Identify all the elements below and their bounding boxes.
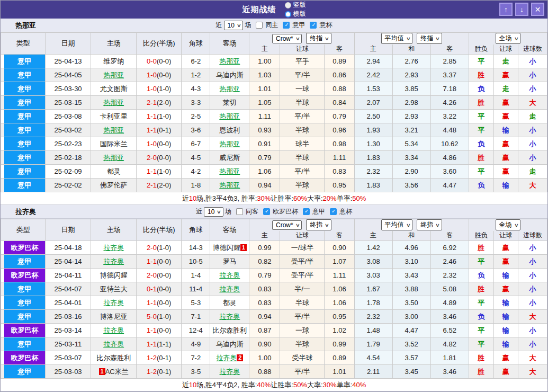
odds-time-select-2[interactable]: 终指∨ [417, 219, 442, 230]
average-odds-cell: 1.53 [354, 82, 392, 96]
scroll-up-button[interactable]: ↑ [499, 3, 513, 16]
result-cell: 赢 [493, 351, 518, 365]
handicap-odds-cell: 0.83 [249, 296, 280, 310]
summary-text: 50% [352, 194, 366, 202]
odds-time-select[interactable]: 终指∨ [306, 219, 331, 230]
competition-badge: 意甲 [4, 123, 45, 137]
scroll-down-button[interactable]: ↓ [515, 3, 528, 16]
score-cell: 1-1(0-0) [137, 255, 182, 269]
handicap-odds-cell: 0.79 [249, 269, 280, 282]
corner-cell: 6-2 [182, 55, 210, 68]
full-match-select[interactable]: 全场∨ [496, 219, 521, 230]
full-time-score: 2-0 [147, 271, 157, 279]
home-team-name[interactable]: 热那亚 [103, 71, 124, 79]
odds-time-select-value: 终指 [310, 34, 322, 43]
average-odds-cell: 3.21 [392, 123, 430, 137]
away-team-name[interactable]: 拉齐奥 [219, 285, 240, 293]
bookmaker-select[interactable]: Crow*∨ [272, 220, 302, 230]
away-team-name[interactable]: 热那亚 [219, 181, 240, 189]
away-team-cell: 莱切 [210, 96, 249, 110]
full-match-select[interactable]: 全场∨ [496, 33, 521, 44]
sub-column-header: 进球数 [518, 44, 547, 55]
odds-time-select-2[interactable]: 终指∨ [417, 33, 442, 44]
result-cell: 小 [518, 241, 547, 255]
corner-cell: 3-3 [182, 96, 210, 110]
home-team-name[interactable]: 拉齐奥 [103, 326, 124, 334]
result-cell: 胜 [469, 282, 493, 296]
home-team-cell: 亚特兰大 [91, 282, 137, 296]
result-group: 全场∨ [469, 33, 547, 44]
home-team-name[interactable]: 热那亚 [103, 126, 124, 134]
odds-time-select[interactable]: 终指∨ [306, 33, 331, 44]
away-team-name[interactable]: 拉齐奥 [219, 271, 240, 279]
score-cell: 1-0(1-0) [137, 82, 182, 96]
column-header: 日期 [46, 219, 91, 241]
away-team-name[interactable]: 热那亚 [219, 140, 240, 148]
score-cell: 1-2(0-1) [137, 365, 182, 379]
full-time-score: 2-1 [147, 99, 157, 106]
header-group-row: 类型日期主场比分(半场)角球客场Crow*∨终指∨平均值∨终指∨全场∨ [1, 219, 547, 231]
bookmaker-select[interactable]: Crow*∨ [272, 34, 302, 43]
result-cell: 平 [469, 165, 493, 179]
checkbox-意甲[interactable] [283, 22, 290, 29]
competition-cell: 欧罗巴杯 [1, 351, 46, 365]
average-odds-cell: 4.54 [354, 351, 392, 365]
average-odds-cell: 4.96 [392, 241, 430, 255]
date-cell: 25-03-16 [46, 310, 91, 324]
handicap-odds-cell: 0.95 [325, 179, 354, 192]
odds-time-select-2-value: 终指 [420, 34, 433, 43]
away-team-name[interactable]: 拉齐奥 [216, 354, 237, 362]
average-odds-cell: 4.82 [430, 337, 469, 351]
away-team-name[interactable]: 拉齐奥 [219, 368, 240, 376]
score-cell: 1-1(1-1) [137, 337, 182, 351]
home-team-name[interactable]: 热那亚 [103, 99, 124, 106]
corner-cell: 10-5 [182, 255, 210, 269]
near-label: 近 [216, 21, 222, 30]
home-team-name: 佛罗伦萨 [100, 181, 128, 189]
away-team-name[interactable]: 热那亚 [219, 167, 240, 175]
match-row: 意甲25-02-09都灵1-1(1-0)4-2热那亚1.06平/半0.832.3… [1, 165, 547, 179]
checkbox-同客[interactable] [236, 208, 243, 215]
home-team-name[interactable]: 热那亚 [103, 154, 124, 162]
column-header: 日期 [46, 33, 91, 55]
away-team-name[interactable]: 拉齐奥 [219, 313, 240, 320]
away-team-name[interactable]: 热那亚 [219, 112, 240, 120]
result-cell: 负 [469, 269, 493, 282]
average-select[interactable]: 平均值∨ [381, 33, 413, 44]
average-select[interactable]: 平均值∨ [381, 219, 413, 230]
average-odds-cell: 4.89 [430, 296, 469, 310]
checkbox-欧罗巴杯[interactable] [263, 208, 270, 215]
score-cell: 2-0(1-0) [137, 241, 182, 255]
result-cell: 小 [518, 324, 547, 337]
away-team-name[interactable]: 热那亚 [219, 85, 240, 93]
home-team-name[interactable]: 拉齐奥 [103, 244, 124, 252]
corner-cell: 1-4 [182, 269, 210, 282]
handicap-odds-cell: 0.79 [249, 151, 280, 165]
checkbox-同主[interactable] [256, 22, 263, 29]
match-count-select[interactable]: 10∨ [204, 207, 223, 217]
average-odds-cell: 1.42 [354, 241, 392, 255]
result-cell: 负 [469, 310, 493, 324]
checkbox-label: 意甲 [292, 21, 305, 30]
home-team-name[interactable]: 拉齐奥 [103, 257, 124, 265]
home-team-name[interactable]: 拉齐奥 [103, 299, 124, 307]
checkbox-意甲[interactable] [303, 208, 310, 215]
result-cell: 小 [518, 68, 547, 82]
competition-cell: 意甲 [1, 165, 46, 179]
checkbox-意杯[interactable] [310, 22, 317, 29]
competition-badge: 意甲 [4, 337, 45, 351]
result-cell: 小 [518, 269, 547, 282]
competition-cell: 意甲 [1, 123, 46, 137]
close-button[interactable]: ✕ [531, 3, 544, 16]
results-table: 类型日期主场比分(半场)角球客场Crow*∨终指∨平均值∨终指∨全场∨主让球客主… [1, 32, 547, 192]
competition-badge: 意甲 [4, 310, 45, 323]
home-team-name[interactable]: 拉齐奥 [103, 340, 124, 348]
layout-radio-horizontal[interactable]: 横版 [285, 10, 306, 19]
score-cell: 2-0(0-0) [137, 151, 182, 165]
layout-radio-vertical[interactable]: 竖版 [285, 1, 306, 10]
corner-cell: 1-2 [182, 68, 210, 82]
checkbox-意杯[interactable] [330, 208, 337, 215]
match-count-select[interactable]: 10∨ [224, 21, 244, 30]
away-team-name[interactable]: 热那亚 [219, 57, 240, 65]
full-time-score: 1-2 [147, 354, 157, 362]
